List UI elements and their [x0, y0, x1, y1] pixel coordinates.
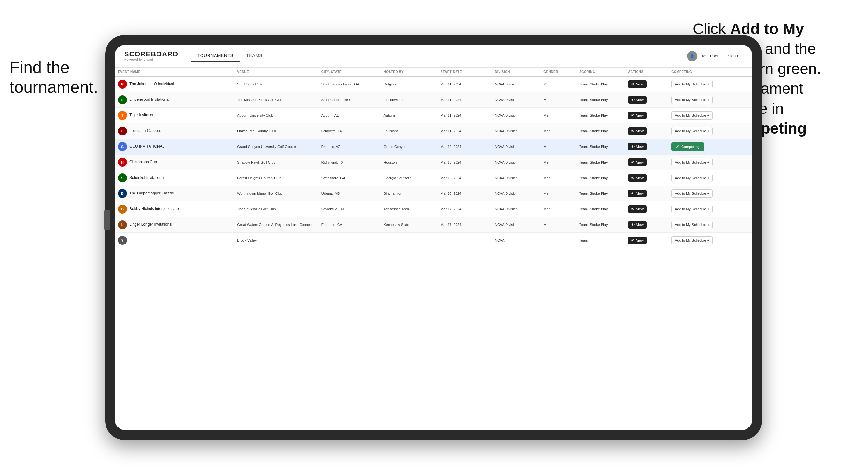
scoring-7: Team, Stroke Play — [576, 186, 625, 201]
city-state-9: Eatonton, GA — [318, 217, 381, 233]
col-header-actions: ACTIONS — [625, 68, 668, 76]
add-schedule-button-1[interactable]: Add to My Schedule + — [671, 96, 713, 104]
add-schedule-button-9[interactable]: Add to My Schedule + — [671, 221, 713, 229]
nav-tabs: TOURNAMENTS TEAMS — [191, 50, 687, 62]
table-header-row: EVENT NAME VENUE CITY, STATE HOSTED BY S… — [115, 68, 752, 76]
view-button-9[interactable]: 👁 View — [628, 221, 647, 228]
scoring-2: Team, Stroke Play — [576, 108, 625, 123]
event-name-cell-0: R The Johnnie - O Individual — [115, 76, 234, 92]
add-schedule-button-8[interactable]: Add to My Schedule + — [671, 205, 713, 213]
division-8: NCAA Division I — [492, 201, 540, 217]
division-1: NCAA Division I — [492, 92, 540, 108]
table-body: R The Johnnie - O Individual Sea Palms R… — [115, 76, 752, 248]
event-name-text-6: Schenkel Invitational — [129, 175, 164, 180]
add-schedule-button-7[interactable]: Add to My Schedule + — [671, 189, 713, 198]
table-row: L Lindenwood Invitational The Missouri B… — [115, 92, 752, 108]
competing-cell-10: Add to My Schedule + — [668, 233, 752, 248]
view-button-7[interactable]: 👁 View — [628, 190, 647, 197]
table-container: EVENT NAME VENUE CITY, STATE HOSTED BY S… — [115, 68, 752, 430]
add-schedule-button-2[interactable]: Add to My Schedule + — [671, 111, 713, 120]
table-row: H Champions Cup Shadow Hawk Golf ClubRic… — [115, 155, 752, 170]
city-state-3: Lafayette, LA — [318, 123, 381, 139]
venue-3: Oakbourne Country Club — [234, 123, 318, 139]
eye-icon-6: 👁 — [631, 176, 635, 180]
eye-icon-8: 👁 — [631, 207, 635, 211]
team-logo-4: G — [118, 142, 127, 151]
logo-subtitle: Powered by clippd — [124, 58, 178, 61]
view-button-0[interactable]: 👁 View — [628, 80, 647, 88]
view-button-2[interactable]: 👁 View — [628, 112, 647, 119]
team-logo-9: L — [118, 220, 127, 229]
nav-tab-teams[interactable]: TEAMS — [240, 50, 269, 62]
city-state-6: Statesboro, GA — [318, 170, 381, 186]
user-name: Test User — [701, 54, 718, 58]
city-state-5: Richmond, TX — [318, 155, 381, 170]
annotation-left-text: Find the tournament. — [9, 58, 98, 96]
competing-cell-7: Add to My Schedule + — [668, 186, 752, 201]
add-schedule-button-6[interactable]: Add to My Schedule + — [671, 174, 713, 182]
view-button-5[interactable]: 👁 View — [628, 158, 647, 166]
team-logo-8: B — [118, 205, 127, 214]
table-row: S Schenkel Invitational Forest Heights C… — [115, 170, 752, 186]
add-schedule-button-3[interactable]: Add to My Schedule + — [671, 127, 713, 135]
start-date-3: Mar 11, 2024 — [437, 123, 492, 139]
scoring-4: Team, Stroke Play — [576, 139, 625, 155]
nav-tab-tournaments[interactable]: TOURNAMENTS — [191, 50, 240, 62]
gender-4: Men — [540, 139, 576, 155]
event-name-cell-4: G GCU INVITATIONAL — [115, 139, 234, 155]
table-row: B Bobby Nichols Intercollegiate The Sevi… — [115, 201, 752, 217]
event-name-text-3: Louisiana Classics — [129, 128, 161, 133]
side-button[interactable] — [104, 210, 110, 229]
actions-cell-10: 👁 View — [625, 233, 668, 248]
venue-6: Forest Heights Country Club — [234, 170, 318, 186]
actions-cell-9: 👁 View — [625, 217, 668, 233]
view-button-6[interactable]: 👁 View — [628, 174, 647, 182]
eye-icon-0: 👁 — [631, 82, 635, 86]
view-button-1[interactable]: 👁 View — [628, 96, 647, 103]
eye-icon-4: 👁 — [631, 145, 635, 149]
view-button-4[interactable]: 👁 View — [628, 143, 647, 151]
gender-7: Men — [540, 186, 576, 201]
gender-0: Men — [540, 76, 576, 92]
team-logo-10: ? — [118, 236, 127, 245]
add-schedule-button-10[interactable]: Add to My Schedule + — [671, 236, 713, 245]
competing-cell-6: Add to My Schedule + — [668, 170, 752, 186]
team-logo-5: H — [118, 158, 127, 167]
eye-icon-1: 👁 — [631, 98, 635, 102]
competing-cell-8: Add to My Schedule + — [668, 201, 752, 217]
col-header-date: START DATE — [437, 68, 492, 76]
event-name-cell-10: ? — [115, 233, 234, 248]
view-button-8[interactable]: 👁 View — [628, 205, 647, 213]
gender-6: Men — [540, 170, 576, 186]
actions-cell-8: 👁 View — [625, 201, 668, 217]
eye-icon-10: 👁 — [631, 239, 635, 242]
competing-cell-3: Add to My Schedule + — [668, 123, 752, 139]
view-button-3[interactable]: 👁 View — [628, 127, 647, 135]
table-row: R The Johnnie - O Individual Sea Palms R… — [115, 76, 752, 92]
scoring-3: Team, Stroke Play — [576, 123, 625, 139]
hosted-by-2: Auburn — [380, 108, 437, 123]
table-row: ? Brook ValleyNCAATeam,👁 ViewAdd to My S… — [115, 233, 752, 248]
city-state-1: Saint Charles, MO — [318, 92, 381, 108]
add-schedule-button-5[interactable]: Add to My Schedule + — [671, 158, 713, 166]
hosted-by-7: Binghamton — [380, 186, 437, 201]
col-header-event: EVENT NAME — [115, 68, 234, 76]
competing-button-4[interactable]: ✓ Competing — [671, 143, 704, 151]
table-row: L Linger Longer Invitational Great Water… — [115, 217, 752, 233]
eye-icon-2: 👁 — [631, 114, 635, 117]
division-6: NCAA Division I — [492, 170, 540, 186]
city-state-0: Saint Simons Island, GA — [318, 76, 381, 92]
hosted-by-10 — [380, 233, 437, 248]
division-5: NCAA Division I — [492, 155, 540, 170]
sign-out-link[interactable]: Sign out — [727, 54, 743, 58]
actions-cell-7: 👁 View — [625, 186, 668, 201]
event-name-text-7: The Carpetbagger Classic — [129, 191, 174, 196]
add-schedule-button-0[interactable]: Add to My Schedule + — [671, 80, 713, 88]
gender-10 — [540, 233, 576, 248]
view-button-10[interactable]: 👁 View — [628, 237, 647, 244]
event-name-cell-3: L Louisiana Classics — [115, 123, 234, 139]
team-logo-1: L — [118, 95, 127, 104]
actions-cell-3: 👁 View — [625, 123, 668, 139]
start-date-6: Mar 15, 2024 — [437, 170, 492, 186]
start-date-7: Mar 16, 2024 — [437, 186, 492, 201]
